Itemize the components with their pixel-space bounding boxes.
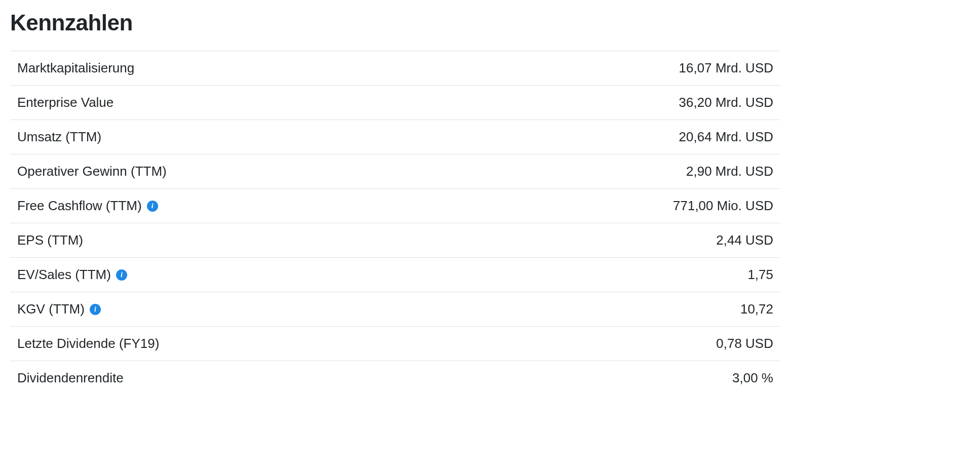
metric-label: Letzte Dividende (FY19) — [17, 336, 159, 351]
metric-label-text: Umsatz (TTM) — [17, 129, 101, 145]
metric-label: Dividendenrendite — [17, 370, 124, 386]
section-title: Kennzahlen — [10, 10, 780, 35]
metric-label-text: Operativer Gewinn (TTM) — [17, 164, 167, 179]
metric-value: 36,20 Mrd. USD — [679, 95, 773, 110]
metric-label-text: Enterprise Value — [17, 95, 114, 110]
metric-label: Operativer Gewinn (TTM) — [17, 164, 167, 179]
metric-row-enterprise-value: Enterprise Value 36,20 Mrd. USD — [10, 86, 780, 120]
metric-value: 0,78 USD — [716, 336, 773, 351]
info-icon[interactable]: i — [147, 201, 158, 212]
metric-row-free-cashflow: Free Cashflow (TTM) i 771,00 Mio. USD — [10, 189, 780, 223]
metric-value: 771,00 Mio. USD — [673, 198, 773, 214]
metric-value: 2,90 Mrd. USD — [686, 164, 773, 179]
metric-label-text: Marktkapitalisierung — [17, 60, 134, 76]
metric-label-text: EPS (TTM) — [17, 232, 83, 248]
metric-label: KGV (TTM) i — [17, 301, 101, 317]
metric-label: EV/Sales (TTM) i — [17, 267, 127, 283]
metric-row-operativer-gewinn: Operativer Gewinn (TTM) 2,90 Mrd. USD — [10, 154, 780, 189]
metric-label: EPS (TTM) — [17, 232, 83, 248]
metric-label-text: Dividendenrendite — [17, 370, 124, 386]
metric-row-letzte-dividende: Letzte Dividende (FY19) 0,78 USD — [10, 327, 780, 361]
metric-value: 2,44 USD — [716, 232, 773, 248]
metric-row-kgv: KGV (TTM) i 10,72 — [10, 292, 780, 327]
metric-label: Free Cashflow (TTM) i — [17, 198, 158, 214]
info-icon[interactable]: i — [90, 304, 101, 315]
info-icon[interactable]: i — [116, 269, 127, 281]
metrics-list: Marktkapitalisierung 16,07 Mrd. USD Ente… — [10, 51, 780, 395]
metric-label: Umsatz (TTM) — [17, 129, 101, 145]
metric-value: 10,72 — [740, 301, 773, 317]
metric-row-ev-sales: EV/Sales (TTM) i 1,75 — [10, 258, 780, 292]
metric-label: Marktkapitalisierung — [17, 60, 134, 76]
metric-row-marktkapitalisierung: Marktkapitalisierung 16,07 Mrd. USD — [10, 51, 780, 86]
metric-label-text: KGV (TTM) — [17, 301, 85, 317]
metric-value: 3,00 % — [732, 370, 773, 386]
metric-label-text: Free Cashflow (TTM) — [17, 198, 142, 214]
metric-value: 20,64 Mrd. USD — [679, 129, 773, 145]
metric-label-text: Letzte Dividende (FY19) — [17, 336, 159, 351]
metric-row-dividendenrendite: Dividendenrendite 3,00 % — [10, 361, 780, 395]
metric-value: 1,75 — [747, 267, 773, 283]
metric-value: 16,07 Mrd. USD — [679, 60, 773, 76]
metric-row-umsatz: Umsatz (TTM) 20,64 Mrd. USD — [10, 120, 780, 154]
metric-row-eps: EPS (TTM) 2,44 USD — [10, 223, 780, 258]
metric-label: Enterprise Value — [17, 95, 114, 110]
metric-label-text: EV/Sales (TTM) — [17, 267, 111, 283]
